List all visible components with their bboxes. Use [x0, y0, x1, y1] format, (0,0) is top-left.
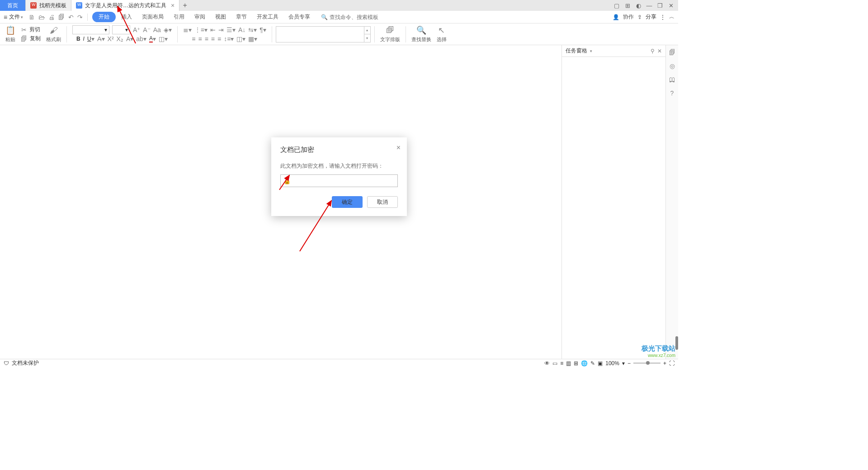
share-label[interactable]: 分享 — [646, 13, 656, 21]
fullscreen-icon[interactable]: ⛶ — [669, 360, 675, 367]
numbering-icon[interactable]: ⋮≡▾ — [194, 26, 208, 33]
clipboard-panel-icon[interactable]: 🗐 — [669, 49, 675, 56]
share-icon[interactable]: ⇪ — [637, 14, 642, 20]
grid-icon[interactable]: ⊞ — [624, 2, 631, 9]
cancel-button[interactable]: 取消 — [367, 196, 398, 208]
group-select[interactable]: ↖ 选择 — [435, 24, 448, 45]
chevron-down-icon[interactable]: ▾ — [590, 49, 592, 53]
dialog-close-icon[interactable]: × — [396, 144, 401, 152]
zoom-level[interactable]: 100% — [605, 360, 619, 367]
ok-button[interactable]: 确定 — [332, 196, 363, 208]
redo-icon[interactable]: ↷ — [77, 14, 83, 21]
fill-color-icon[interactable]: ◫▾ — [236, 35, 245, 42]
file-menu[interactable]: 文件 ▾ — [9, 13, 23, 21]
tab-home[interactable]: 首页 — [0, 0, 26, 11]
pin-icon[interactable]: ⚲ — [651, 48, 655, 54]
clear-formatting-icon[interactable]: ◈▾ — [164, 26, 172, 33]
style-gallery[interactable]: ▴ ▾ — [276, 26, 371, 42]
avatar-icon[interactable]: ◐ — [635, 2, 642, 9]
pencil-icon[interactable]: ✎ — [590, 360, 595, 367]
text-effects-icon[interactable]: A▾ — [126, 35, 133, 42]
align-right-icon[interactable]: ≡ — [205, 35, 208, 42]
style-down-icon[interactable]: ▾ — [364, 34, 370, 42]
align-left-icon[interactable]: ≡ — [192, 35, 195, 42]
font-color-icon[interactable]: A▾ — [149, 35, 156, 42]
group-text-layout[interactable]: 🗊 文字排版 — [378, 24, 402, 45]
group-find-replace[interactable]: 🔍 查找替换 — [410, 24, 433, 45]
chevron-down-icon[interactable]: ▾ — [622, 360, 625, 367]
command-search-input[interactable] — [330, 14, 393, 20]
tab-templates[interactable]: 找稻壳模板 — [26, 0, 71, 11]
ribbon-tab-developer[interactable]: 开发工具 — [252, 12, 283, 22]
indent-icon[interactable]: ⇥ — [218, 26, 224, 33]
ribbon-tab-member[interactable]: 会员专享 — [284, 12, 315, 22]
new-icon[interactable]: 🗎 — [28, 14, 35, 21]
distribute-icon[interactable]: ≡ — [217, 35, 221, 42]
text-direction-icon[interactable]: ☰▾ — [226, 26, 236, 33]
sort-icon[interactable]: A↓ — [238, 26, 245, 33]
bullets-icon[interactable]: ≣▾ — [183, 26, 192, 33]
layout-icon[interactable]: ▢ — [613, 2, 620, 9]
outdent-icon[interactable]: ⇤ — [210, 26, 216, 33]
close-window-icon[interactable]: ✕ — [667, 2, 675, 9]
shield-icon[interactable]: 🛡 — [4, 360, 9, 367]
tab-add-button[interactable]: + — [179, 0, 190, 11]
view-read-icon[interactable]: ⊞ — [574, 360, 578, 367]
copy-label[interactable]: 复制 — [30, 35, 41, 42]
align-justify-icon[interactable]: ≡ — [211, 35, 215, 42]
print-preview-icon[interactable]: 🗐 — [58, 14, 65, 21]
highlight-icon[interactable]: ab▾ — [136, 35, 146, 42]
ribbon-tab-view[interactable]: 视图 — [211, 12, 231, 22]
collab-user-icon[interactable]: 👤 — [613, 14, 619, 20]
style-up-icon[interactable]: ▴ — [364, 27, 370, 35]
paste-icon[interactable]: 📋 — [5, 25, 15, 35]
bold-icon[interactable]: B — [76, 36, 80, 42]
password-input[interactable] — [293, 178, 395, 184]
view-outline-icon[interactable]: ≡ — [560, 360, 563, 367]
italic-icon[interactable]: I — [83, 36, 85, 42]
task-pane-title[interactable]: 任务窗格 — [566, 47, 587, 55]
help-panel-icon[interactable]: ? — [670, 89, 674, 97]
minimize-icon[interactable]: — — [646, 2, 653, 9]
eye-icon[interactable]: 👁 — [544, 360, 550, 367]
shrink-font-icon[interactable]: A⁻ — [143, 26, 150, 33]
undo-icon[interactable]: ↶ — [68, 14, 74, 21]
zoom-slider[interactable] — [633, 362, 660, 364]
collab-label[interactable]: 协作 — [623, 13, 634, 21]
maximize-icon[interactable]: ❐ — [656, 2, 664, 9]
zoom-out-icon[interactable]: − — [627, 360, 631, 367]
reading-panel-icon[interactable]: 🕮 — [669, 76, 675, 83]
change-case-icon[interactable]: Aa — [153, 26, 161, 33]
tab-document[interactable]: 文字是人类用符…远的方式和工具 × — [71, 0, 179, 11]
subscript-icon[interactable]: X₂ — [117, 35, 123, 42]
cut-icon[interactable]: ✂ — [21, 26, 27, 33]
line-spacing-icon[interactable]: ↕≡▾ — [224, 35, 234, 42]
shading-icon[interactable]: ◫▾ — [159, 35, 168, 42]
open-icon[interactable]: 🗁 — [38, 14, 45, 21]
view-web-icon[interactable]: ▥ — [566, 360, 571, 367]
borders-icon[interactable]: ▦▾ — [248, 35, 257, 42]
command-search[interactable]: 🔍 — [321, 14, 393, 20]
grow-font-icon[interactable]: A⁺ — [133, 26, 140, 33]
strike-icon[interactable]: A̶▾ — [97, 35, 105, 42]
zoom-in-icon[interactable]: + — [663, 360, 666, 367]
view-page-icon[interactable]: ▭ — [552, 360, 557, 367]
ribbon-tab-insert[interactable]: 插入 — [117, 12, 137, 22]
tab-close-icon[interactable]: × — [171, 2, 175, 9]
close-icon[interactable]: ✕ — [657, 48, 662, 54]
globe-icon[interactable]: 🌐 — [581, 360, 588, 367]
font-size-select[interactable]: ▾ — [112, 25, 130, 34]
more-icon[interactable]: ⋮ — [660, 14, 665, 20]
font-name-select[interactable]: ▾ — [72, 25, 109, 34]
align-center-icon[interactable]: ≡ — [198, 35, 202, 42]
underline-icon[interactable]: U▾ — [87, 35, 94, 42]
copy-icon[interactable]: 🗐 — [21, 35, 27, 42]
ribbon-tab-section[interactable]: 章节 — [231, 12, 251, 22]
ribbon-tab-start[interactable]: 开始 — [92, 12, 116, 22]
format-painter-icon[interactable]: 🖌 — [50, 26, 58, 35]
superscript-icon[interactable]: X² — [108, 35, 114, 42]
cut-label[interactable]: 剪切 — [29, 26, 40, 33]
print-icon[interactable]: 🖨 — [48, 14, 55, 21]
location-panel-icon[interactable]: ◎ — [670, 62, 675, 70]
zoom-fit-icon[interactable]: ▣ — [598, 360, 603, 367]
